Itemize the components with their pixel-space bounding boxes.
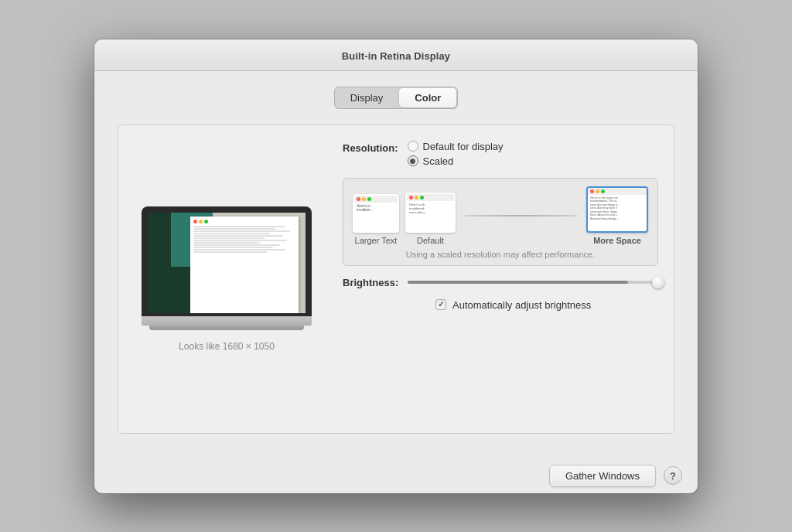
dot-yellow bbox=[199, 220, 203, 223]
doc-line bbox=[193, 242, 260, 244]
help-button[interactable]: ? bbox=[664, 466, 682, 485]
sp-dot-red bbox=[409, 196, 413, 200]
scale-item-larger-text[interactable]: Here's totroublem... Larger Text bbox=[353, 194, 399, 245]
doc-line bbox=[193, 251, 267, 253]
main-area: Looks like 1680 × 1050 Resolution: Defau… bbox=[118, 124, 674, 434]
tab-display[interactable]: Display bbox=[335, 87, 399, 108]
gather-windows-button[interactable]: Gather Windows bbox=[549, 465, 656, 487]
radio-default-label: Default for display bbox=[423, 141, 504, 152]
laptop-size-label: Looks like 1680 × 1050 bbox=[179, 341, 275, 352]
doc-line bbox=[193, 235, 283, 237]
sp-dot-red bbox=[357, 197, 360, 201]
brightness-label: Brightness: bbox=[343, 277, 398, 288]
scale-item-default[interactable]: Here's to thtroublemakones who c... Defa… bbox=[405, 193, 456, 245]
auto-brightness-checkbox[interactable] bbox=[435, 299, 446, 310]
radio-scaled[interactable]: Scaled bbox=[408, 155, 504, 167]
dot-green bbox=[204, 220, 208, 223]
scale-label-more-space: More Space bbox=[593, 236, 641, 245]
doc-titlebar bbox=[193, 220, 295, 223]
doc-line bbox=[193, 247, 273, 248]
laptop-preview bbox=[142, 206, 312, 326]
scale-items: Here's totroublem... Larger Text bbox=[353, 186, 648, 245]
sp-titlebar bbox=[407, 194, 454, 201]
tab-color[interactable]: Color bbox=[399, 88, 456, 107]
doc-line bbox=[193, 249, 285, 251]
brightness-slider[interactable] bbox=[408, 281, 658, 284]
scale-preview-more-space: Here's to the crazy onetroublemakers. Th… bbox=[586, 186, 648, 233]
sp-dot-yellow bbox=[596, 189, 599, 193]
sp-titlebar bbox=[354, 196, 398, 203]
sp-dot-green bbox=[367, 197, 371, 201]
radio-circle-scaled bbox=[408, 155, 418, 166]
dot-red bbox=[193, 220, 197, 223]
laptop-section: Looks like 1680 × 1050 bbox=[134, 141, 319, 418]
sp-content: Here's to the crazy onetroublemakers. Th… bbox=[588, 195, 647, 223]
tab-group: Display Color bbox=[334, 87, 459, 109]
doc-line bbox=[193, 237, 265, 239]
resolution-row: Resolution: Default for display Scaled bbox=[343, 141, 658, 167]
window-title: Built-in Retina Display bbox=[342, 50, 450, 62]
slider-thumb[interactable] bbox=[652, 276, 664, 288]
scale-label-default: Default bbox=[417, 236, 444, 245]
scale-item-more-space[interactable]: Here's to the crazy onetroublemakers. Th… bbox=[586, 186, 648, 245]
sp-content: Here's totroublem... bbox=[354, 203, 398, 215]
scale-options-panel: Here's totroublem... Larger Text bbox=[343, 178, 658, 266]
sp-dot-green bbox=[420, 196, 424, 200]
scale-label-larger: Larger Text bbox=[355, 236, 398, 245]
scale-note: Using a scaled resolution may affect per… bbox=[353, 250, 648, 259]
resolution-label: Resolution: bbox=[343, 141, 398, 154]
scale-preview-larger-text: Here's totroublem... bbox=[353, 194, 399, 233]
slider-fill bbox=[408, 281, 628, 284]
bottom-bar: Gather Windows ? bbox=[94, 452, 698, 493]
laptop-base bbox=[142, 316, 312, 326]
doc-line bbox=[193, 228, 275, 230]
sp-dot-yellow bbox=[415, 196, 418, 200]
screen-doc bbox=[190, 217, 299, 313]
sp-dot-green bbox=[601, 189, 605, 193]
scale-separator bbox=[465, 215, 577, 217]
sp-dot-yellow bbox=[362, 197, 366, 201]
laptop-screen-outer bbox=[142, 206, 312, 316]
radio-group-resolution: Default for display Scaled bbox=[408, 141, 504, 167]
doc-line bbox=[193, 244, 280, 246]
main-window: Built-in Retina Display Display Color bbox=[94, 39, 698, 493]
auto-brightness-row: Automatically adjust brightness bbox=[343, 299, 658, 311]
settings-section: Resolution: Default for display Scaled bbox=[343, 141, 658, 418]
radio-default[interactable]: Default for display bbox=[408, 141, 504, 152]
screen-content bbox=[148, 213, 306, 313]
doc-line bbox=[193, 226, 285, 227]
doc-line bbox=[193, 230, 290, 232]
sp-titlebar bbox=[588, 188, 647, 195]
sp-dot-red bbox=[590, 189, 594, 193]
radio-scaled-label: Scaled bbox=[423, 155, 454, 167]
scale-preview-default: Here's to thtroublemakones who c... bbox=[405, 193, 456, 233]
brightness-row: Brightness: bbox=[343, 277, 658, 288]
laptop-screen bbox=[148, 213, 306, 313]
sp-content: Here's to thtroublemakones who c... bbox=[407, 201, 454, 217]
doc-line bbox=[193, 240, 287, 241]
radio-circle-default bbox=[408, 141, 418, 152]
doc-line bbox=[193, 233, 270, 234]
titlebar: Built-in Retina Display bbox=[94, 39, 698, 71]
content-area: Display Color bbox=[94, 71, 698, 452]
auto-brightness-label: Automatically adjust brightness bbox=[452, 299, 591, 311]
tab-bar: Display Color bbox=[118, 87, 674, 109]
